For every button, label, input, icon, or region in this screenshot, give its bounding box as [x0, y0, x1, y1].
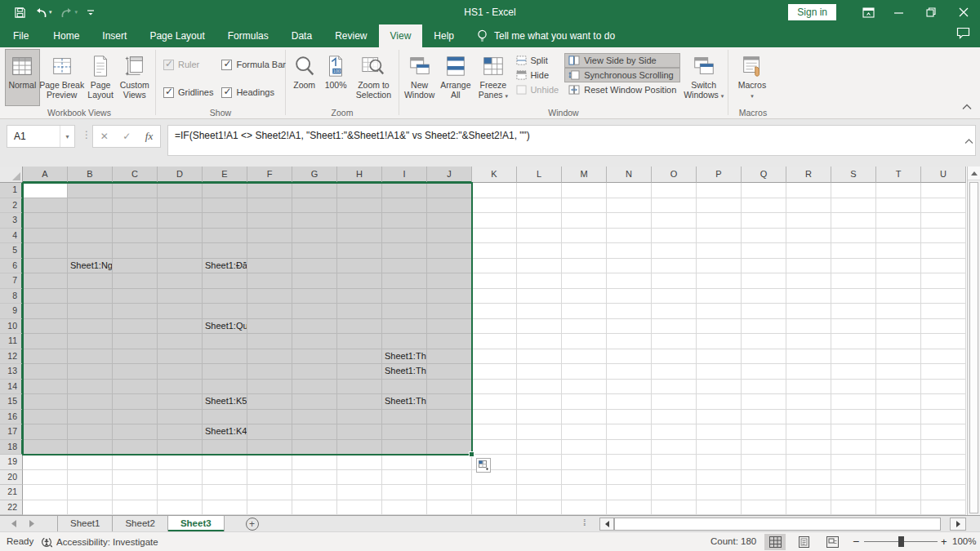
cell-T5[interactable] — [876, 243, 921, 259]
cell-L21[interactable] — [517, 485, 562, 500]
cell-R12[interactable] — [786, 349, 831, 365]
cell-C17[interactable] — [113, 424, 158, 440]
cell-G15[interactable] — [292, 394, 337, 410]
cell-I14[interactable] — [382, 380, 427, 395]
cell-F21[interactable] — [247, 485, 292, 500]
checkbox-gridlines[interactable]: Gridlines — [163, 84, 213, 100]
cell-O7[interactable] — [652, 273, 697, 289]
cell-I2[interactable] — [382, 198, 427, 214]
cell-K5[interactable] — [472, 243, 517, 259]
formula-input[interactable]: =IF(Sheet1!A1 <> Sheet2!A1, "Sheet1:"&Sh… — [167, 125, 976, 156]
column-header-P[interactable]: P — [697, 167, 742, 183]
cell-R17[interactable] — [786, 424, 831, 440]
cell-E2[interactable] — [203, 198, 247, 214]
cell-Q8[interactable] — [742, 289, 786, 304]
cell-L17[interactable] — [517, 424, 562, 440]
cell-G18[interactable] — [292, 440, 337, 455]
cell-J6[interactable] — [427, 259, 472, 274]
cell-G13[interactable] — [292, 364, 337, 380]
row-header-4[interactable]: 4 — [0, 229, 23, 244]
cell-M20[interactable] — [562, 470, 607, 486]
cell-J11[interactable] — [427, 334, 472, 349]
cell-D21[interactable] — [158, 485, 203, 500]
cancel-entry-icon[interactable]: ✕ — [100, 131, 109, 142]
row-header-5[interactable]: 5 — [0, 243, 23, 259]
row-header-2[interactable]: 2 — [0, 198, 23, 214]
status-page-break-preview-button[interactable] — [822, 534, 843, 550]
cell-B4[interactable] — [68, 229, 113, 244]
cell-S15[interactable] — [831, 394, 876, 410]
cell-Q20[interactable] — [742, 470, 786, 486]
column-header-Q[interactable]: Q — [742, 167, 786, 183]
cell-H10[interactable] — [337, 319, 382, 335]
cell-C16[interactable] — [113, 410, 158, 425]
cell-N14[interactable] — [607, 380, 652, 395]
normal-view-button[interactable]: Normal — [6, 50, 39, 105]
cell-R1[interactable] — [786, 183, 831, 198]
cell-B13[interactable] — [68, 364, 113, 380]
column-header-H[interactable]: H — [337, 167, 382, 183]
cell-P6[interactable] — [697, 259, 742, 274]
cell-Q5[interactable] — [742, 243, 786, 259]
cell-B18[interactable] — [68, 440, 113, 455]
cell-C22[interactable] — [113, 500, 158, 516]
cell-J15[interactable] — [427, 394, 472, 410]
cell-G3[interactable] — [292, 213, 337, 229]
cell-N11[interactable] — [607, 334, 652, 349]
cell-E5[interactable] — [203, 243, 247, 259]
checkbox-icon-formula-bar[interactable] — [221, 60, 232, 70]
checkbox-headings[interactable]: Headings — [221, 84, 286, 100]
cell-T8[interactable] — [876, 289, 921, 304]
cell-T17[interactable] — [876, 424, 921, 440]
cell-L19[interactable] — [517, 455, 562, 470]
cell-Q21[interactable] — [742, 485, 786, 500]
formula-bar-splitter[interactable]: ⋮ — [82, 129, 91, 140]
cell-A12[interactable] — [23, 349, 68, 365]
cell-F2[interactable] — [247, 198, 292, 214]
redo-dropdown-icon[interactable]: ▾ — [75, 9, 78, 16]
cell-P4[interactable] — [697, 229, 742, 244]
cell-T21[interactable] — [876, 485, 921, 500]
row-header-15[interactable]: 15 — [0, 394, 23, 410]
view-side-by-side-button[interactable]: View Side by Side — [565, 54, 679, 67]
cell-C12[interactable] — [113, 349, 158, 365]
cell-T10[interactable] — [876, 319, 921, 335]
confirm-entry-icon[interactable]: ✓ — [122, 131, 131, 142]
cell-U12[interactable] — [921, 349, 966, 365]
switch-windows-button[interactable]: Switch Windows ▾ — [682, 50, 725, 105]
cell-H17[interactable] — [337, 424, 382, 440]
cell-L9[interactable] — [517, 304, 562, 319]
cell-N18[interactable] — [607, 440, 652, 455]
zoom-slider-thumb[interactable] — [898, 536, 904, 547]
cell-G16[interactable] — [292, 410, 337, 425]
cell-M19[interactable] — [562, 455, 607, 470]
cell-U3[interactable] — [921, 213, 966, 229]
cell-A10[interactable] — [23, 319, 68, 335]
cell-L6[interactable] — [517, 259, 562, 274]
cell-U2[interactable] — [921, 198, 966, 214]
ribbon-tab-formulas[interactable]: Formulas — [216, 24, 280, 47]
cell-P13[interactable] — [697, 364, 742, 380]
cell-C14[interactable] — [113, 380, 158, 395]
zoom-100-button[interactable]: 100 100% — [320, 50, 350, 105]
cell-D3[interactable] — [158, 213, 203, 229]
save-icon[interactable] — [11, 5, 29, 20]
checkbox-icon-ruler[interactable] — [163, 60, 174, 70]
page-break-preview-button[interactable]: Page Break Preview — [39, 50, 85, 105]
cell-Q19[interactable] — [742, 455, 786, 470]
cell-B12[interactable] — [68, 349, 113, 365]
cell-K12[interactable] — [472, 349, 517, 365]
cell-M1[interactable] — [562, 183, 607, 198]
cell-U6[interactable] — [921, 259, 966, 274]
page-layout-view-button[interactable]: Page Layout — [85, 50, 117, 105]
cell-T16[interactable] — [876, 410, 921, 425]
cell-C10[interactable] — [113, 319, 158, 335]
cell-C7[interactable] — [113, 273, 158, 289]
cell-H21[interactable] — [337, 485, 382, 500]
cell-J2[interactable] — [427, 198, 472, 214]
cell-M14[interactable] — [562, 380, 607, 395]
cell-B14[interactable] — [68, 380, 113, 395]
checkbox-formula-bar[interactable]: Formula Bar — [221, 56, 286, 73]
cell-R22[interactable] — [786, 500, 831, 516]
ribbon-tab-insert[interactable]: Insert — [91, 24, 138, 47]
